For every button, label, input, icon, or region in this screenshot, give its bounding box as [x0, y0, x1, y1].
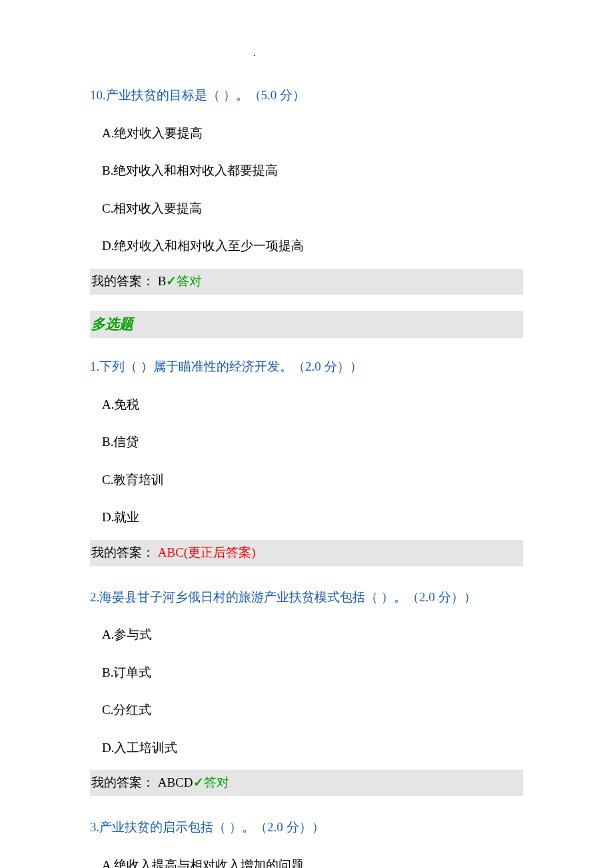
q10-text: 产业扶贫的目标是（ ）。（5.0 分） [106, 88, 305, 102]
mq2-number: 2. [90, 590, 99, 604]
multi-question-2: 2.海晏县甘子河乡俄日村的旅游产业扶贫模式包括（ ）。（2.0 分）） A.参与… [90, 589, 523, 797]
mq2-option-c: C.分红式 [102, 701, 523, 719]
mq2-text: 海晏县甘子河乡俄日村的旅游产业扶贫模式包括（ ）。（2.0 分）） [99, 590, 476, 604]
mq2-answer-value: ABCD [158, 775, 193, 789]
multi-question-3: 3.产业扶贫的启示包括（ ）。（2.0 分）） A.绝收入提高与相对收入增加的问… [90, 819, 523, 868]
mq2-option-b: B.订单式 [102, 664, 523, 682]
question-10: 10.产业扶贫的目标是（ ）。（5.0 分） A.绝对收入要提高 B.绝对收入和… [90, 87, 523, 295]
q10-option-c: C.相对收入要提高 [102, 200, 523, 218]
header-dot: . [253, 47, 256, 60]
q10-number: 10. [90, 88, 106, 102]
multi-question-1: 1.下列（ ）属于瞄准性的经济开发。（2.0 分）） A.免税 B.信贷 C.教… [90, 358, 523, 566]
mq1-answer-value: ABC [158, 545, 184, 559]
mq1-number: 1. [90, 359, 99, 373]
section-multi-title: 多选题 [91, 316, 133, 332]
section-multi-header: 多选题 [90, 311, 523, 338]
q10-option-a: A.绝对收入要提高 [102, 125, 523, 143]
mq2-result: 答对 [204, 775, 229, 789]
mq3-option-a: A.绝收入提高与相对收入增加的问题 [102, 857, 523, 868]
page-container: . 10.产业扶贫的目标是（ ）。（5.0 分） A.绝对收入要提高 B.绝对收… [0, 0, 613, 868]
mq2-option-d: D.入工培训式 [102, 739, 523, 757]
mq1-option-c: C.教育培训 [102, 471, 523, 489]
check-icon: ✓ [166, 274, 177, 288]
mq1-option-b: B.信贷 [102, 433, 523, 451]
q10-answer-value: B [158, 274, 167, 288]
mq1-option-a: A.免税 [102, 396, 523, 414]
q10-answer-label: 我的答案： [91, 274, 155, 288]
mq1-title: 1.下列（ ）属于瞄准性的经济开发。（2.0 分）） [90, 358, 523, 376]
check-icon: ✓ [193, 775, 204, 789]
mq3-number: 3. [90, 820, 99, 834]
mq3-text: 产业扶贫的启示包括（ ）。（2.0 分）） [99, 820, 324, 834]
q10-option-b: B.绝对收入和相对收入都要提高 [102, 162, 523, 180]
mq3-title: 3.产业扶贫的启示包括（ ）。（2.0 分）） [90, 819, 523, 837]
mq2-answer-bar: 我的答案： ABCD✓答对 [90, 770, 523, 796]
q10-answer-bar: 我的答案： B✓答对 [90, 269, 523, 295]
mq1-answer-bar: 我的答案： ABC(更正后答案) [90, 540, 523, 566]
mq2-title: 2.海晏县甘子河乡俄日村的旅游产业扶贫模式包括（ ）。（2.0 分）） [90, 589, 523, 607]
mq2-option-a: A.参与式 [102, 626, 523, 644]
question-10-title: 10.产业扶贫的目标是（ ）。（5.0 分） [90, 87, 523, 105]
q10-result: 答对 [177, 274, 202, 288]
mq1-text: 下列（ ）属于瞄准性的经济开发。（2.0 分）） [99, 359, 362, 373]
mq2-answer-label: 我的答案： [91, 775, 155, 789]
q10-option-d: D.绝对收入和相对收入至少一项提高 [102, 237, 523, 255]
mq1-option-d: D.就业 [102, 509, 523, 527]
mq1-answer-label: 我的答案： [91, 545, 155, 559]
mq1-answer-note: (更正后答案) [184, 545, 256, 559]
